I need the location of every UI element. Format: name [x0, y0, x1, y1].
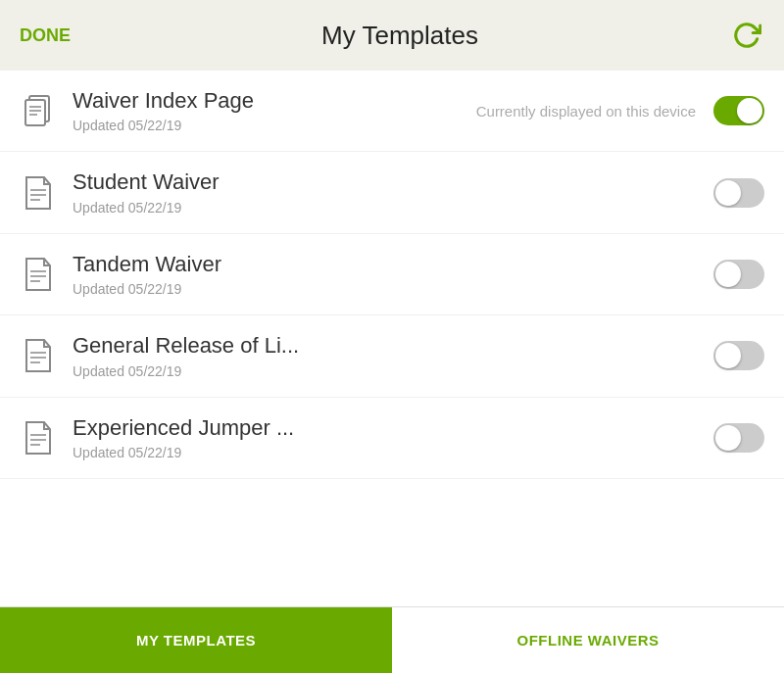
copy-doc-icon [20, 92, 57, 129]
tab-bar: MY TEMPLATESOFFLINE WAIVERS [0, 606, 784, 673]
template-toggle[interactable] [713, 423, 764, 453]
page-title: My Templates [321, 21, 478, 51]
doc-icon [20, 337, 57, 374]
template-toggle[interactable] [713, 260, 764, 289]
doc-icon [20, 256, 57, 293]
doc-icon [23, 175, 54, 211]
tab-offline-waivers[interactable]: OFFLINE WAIVERS [392, 607, 784, 673]
tab-my-templates[interactable]: MY TEMPLATES [0, 607, 392, 673]
template-updated: Updated 05/22/19 [73, 445, 713, 460]
svg-rect-1 [25, 100, 45, 125]
list-item[interactable]: Tandem WaiverUpdated 05/22/19 [0, 234, 784, 315]
template-toggle[interactable] [713, 96, 764, 125]
currently-displayed-label: Currently displayed on this device [476, 103, 696, 120]
doc-icon [23, 338, 54, 373]
done-button[interactable]: DONE [20, 25, 71, 46]
toggle-knob [715, 180, 741, 206]
doc-icon [23, 257, 54, 292]
refresh-icon [732, 21, 761, 50]
list-item[interactable]: Experienced Jumper ...Updated 05/22/19 [0, 398, 784, 479]
template-toggle[interactable] [713, 178, 764, 208]
template-title: Experienced Jumper ... [73, 415, 713, 441]
doc-icon [23, 420, 54, 456]
header: DONE My Templates [0, 0, 784, 71]
template-toggle[interactable] [713, 341, 764, 370]
template-list: Waiver Index PageUpdated 05/22/19Current… [0, 71, 784, 606]
doc-icon [20, 419, 57, 457]
template-title: Tandem Waiver [73, 252, 713, 277]
toggle-knob [715, 425, 741, 451]
doc-icon [20, 174, 57, 212]
refresh-button[interactable] [729, 18, 764, 53]
template-updated: Updated 05/22/19 [73, 281, 713, 297]
template-title: General Release of Li... [73, 333, 713, 359]
copy-doc-icon [20, 92, 57, 129]
template-title: Waiver Index Page [73, 88, 476, 114]
template-updated: Updated 05/22/19 [73, 118, 476, 133]
list-item[interactable]: General Release of Li...Updated 05/22/19 [0, 315, 784, 397]
toggle-knob [715, 343, 741, 368]
template-title: Student Waiver [73, 169, 713, 195]
template-updated: Updated 05/22/19 [73, 200, 713, 216]
toggle-knob [715, 262, 741, 287]
list-item[interactable]: Student WaiverUpdated 05/22/19 [0, 152, 784, 233]
template-updated: Updated 05/22/19 [73, 363, 713, 379]
list-item[interactable]: Waiver Index PageUpdated 05/22/19Current… [0, 71, 784, 152]
toggle-knob [737, 98, 762, 123]
